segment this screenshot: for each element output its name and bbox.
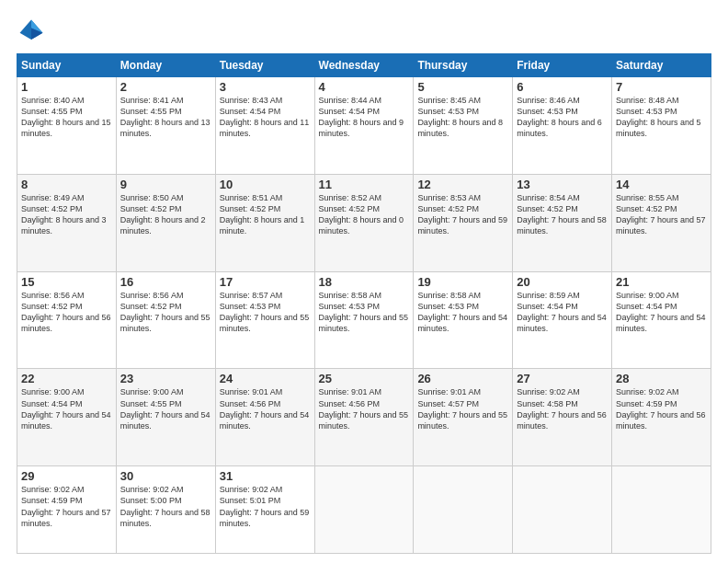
day-number: 1 (21, 80, 112, 94)
table-row (414, 466, 513, 554)
day-info: Sunrise: 8:58 AM Sunset: 4:53 PM Dayligh… (319, 290, 410, 335)
day-number: 5 (417, 80, 508, 94)
day-number: 20 (517, 275, 608, 289)
day-number: 8 (21, 178, 112, 191)
day-info: Sunrise: 8:50 AM Sunset: 4:52 PM Dayligh… (120, 192, 211, 237)
day-info: Sunrise: 9:00 AM Sunset: 4:54 PM Dayligh… (21, 386, 112, 431)
calendar-table: SundayMondayTuesdayWednesdayThursdayFrid… (17, 53, 711, 554)
table-row (612, 466, 711, 554)
day-info: Sunrise: 9:02 AM Sunset: 4:58 PM Dayligh… (517, 386, 608, 431)
day-info: Sunrise: 8:56 AM Sunset: 4:52 PM Dayligh… (120, 290, 211, 335)
table-row: 13Sunrise: 8:54 AM Sunset: 4:52 PM Dayli… (513, 174, 612, 271)
table-row: 5Sunrise: 8:45 AM Sunset: 4:53 PM Daylig… (414, 77, 513, 175)
table-row: 8Sunrise: 8:49 AM Sunset: 4:52 PM Daylig… (17, 174, 117, 271)
day-info: Sunrise: 8:57 AM Sunset: 4:53 PM Dayligh… (220, 290, 311, 335)
table-row (513, 466, 612, 554)
table-row: 28Sunrise: 9:02 AM Sunset: 4:59 PM Dayli… (612, 369, 711, 466)
table-row: 10Sunrise: 8:51 AM Sunset: 4:52 PM Dayli… (215, 174, 314, 271)
day-info: Sunrise: 8:48 AM Sunset: 4:53 PM Dayligh… (616, 95, 707, 140)
day-info: Sunrise: 8:59 AM Sunset: 4:54 PM Dayligh… (517, 290, 608, 335)
day-info: Sunrise: 8:49 AM Sunset: 4:52 PM Dayligh… (21, 192, 112, 237)
col-header-thursday: Thursday (414, 54, 513, 77)
day-number: 27 (517, 372, 608, 385)
table-row: 27Sunrise: 9:02 AM Sunset: 4:58 PM Dayli… (513, 369, 612, 466)
day-info: Sunrise: 8:56 AM Sunset: 4:52 PM Dayligh… (21, 290, 112, 335)
day-number: 16 (120, 275, 211, 289)
day-number: 6 (517, 80, 608, 94)
table-row: 18Sunrise: 8:58 AM Sunset: 4:53 PM Dayli… (314, 271, 414, 369)
day-info: Sunrise: 9:02 AM Sunset: 4:59 PM Dayligh… (616, 386, 707, 431)
col-header-sunday: Sunday (17, 54, 117, 77)
table-row: 11Sunrise: 8:52 AM Sunset: 4:52 PM Dayli… (314, 174, 414, 271)
day-info: Sunrise: 8:58 AM Sunset: 4:53 PM Dayligh… (417, 290, 508, 335)
col-header-tuesday: Tuesday (215, 54, 314, 77)
day-info: Sunrise: 8:44 AM Sunset: 4:54 PM Dayligh… (319, 95, 410, 140)
day-number: 19 (417, 275, 508, 289)
day-info: Sunrise: 9:02 AM Sunset: 5:01 PM Dayligh… (220, 484, 311, 529)
table-row: 6Sunrise: 8:46 AM Sunset: 4:53 PM Daylig… (513, 77, 612, 175)
table-row: 4Sunrise: 8:44 AM Sunset: 4:54 PM Daylig… (314, 77, 414, 175)
day-number: 12 (417, 178, 508, 191)
day-number: 14 (616, 178, 707, 191)
day-number: 26 (417, 372, 508, 385)
table-row: 19Sunrise: 8:58 AM Sunset: 4:53 PM Dayli… (414, 271, 513, 369)
day-info: Sunrise: 8:53 AM Sunset: 4:52 PM Dayligh… (417, 192, 508, 237)
day-number: 13 (517, 178, 608, 191)
day-number: 22 (21, 372, 112, 385)
day-number: 25 (319, 372, 410, 385)
day-number: 9 (120, 178, 211, 191)
table-row: 12Sunrise: 8:53 AM Sunset: 4:52 PM Dayli… (414, 174, 513, 271)
day-number: 23 (120, 372, 211, 385)
table-row: 9Sunrise: 8:50 AM Sunset: 4:52 PM Daylig… (116, 174, 215, 271)
day-info: Sunrise: 9:02 AM Sunset: 5:00 PM Dayligh… (120, 484, 211, 529)
day-number: 17 (220, 275, 311, 289)
day-info: Sunrise: 9:01 AM Sunset: 4:56 PM Dayligh… (319, 386, 410, 431)
day-info: Sunrise: 9:00 AM Sunset: 4:55 PM Dayligh… (120, 386, 211, 431)
day-number: 3 (220, 80, 311, 94)
table-row: 16Sunrise: 8:56 AM Sunset: 4:52 PM Dayli… (116, 271, 215, 369)
table-row: 31Sunrise: 9:02 AM Sunset: 5:01 PM Dayli… (215, 466, 314, 554)
day-number: 15 (21, 275, 112, 289)
day-number: 24 (220, 372, 311, 385)
day-number: 31 (220, 469, 311, 483)
col-header-friday: Friday (513, 54, 612, 77)
day-info: Sunrise: 8:55 AM Sunset: 4:52 PM Dayligh… (616, 192, 707, 237)
table-row: 26Sunrise: 9:01 AM Sunset: 4:57 PM Dayli… (414, 369, 513, 466)
col-header-saturday: Saturday (612, 54, 711, 77)
day-info: Sunrise: 8:46 AM Sunset: 4:53 PM Dayligh… (517, 95, 608, 140)
day-info: Sunrise: 8:54 AM Sunset: 4:52 PM Dayligh… (517, 192, 608, 237)
table-row: 30Sunrise: 9:02 AM Sunset: 5:00 PM Dayli… (116, 466, 215, 554)
day-number: 11 (319, 178, 410, 191)
day-number: 28 (616, 372, 707, 385)
table-row: 2Sunrise: 8:41 AM Sunset: 4:55 PM Daylig… (116, 77, 215, 175)
table-row: 29Sunrise: 9:02 AM Sunset: 4:59 PM Dayli… (17, 466, 117, 554)
col-header-monday: Monday (116, 54, 215, 77)
day-info: Sunrise: 9:02 AM Sunset: 4:59 PM Dayligh… (21, 484, 112, 529)
day-info: Sunrise: 9:01 AM Sunset: 4:57 PM Dayligh… (417, 386, 508, 431)
table-row: 22Sunrise: 9:00 AM Sunset: 4:54 PM Dayli… (17, 369, 117, 466)
day-info: Sunrise: 9:01 AM Sunset: 4:56 PM Dayligh… (220, 386, 311, 431)
table-row: 3Sunrise: 8:43 AM Sunset: 4:54 PM Daylig… (215, 77, 314, 175)
day-info: Sunrise: 8:52 AM Sunset: 4:52 PM Dayligh… (319, 192, 410, 237)
day-number: 2 (120, 80, 211, 94)
day-number: 29 (21, 469, 112, 483)
day-number: 10 (220, 178, 311, 191)
day-info: Sunrise: 8:40 AM Sunset: 4:55 PM Dayligh… (21, 95, 112, 140)
col-header-wednesday: Wednesday (314, 54, 414, 77)
day-info: Sunrise: 8:51 AM Sunset: 4:52 PM Dayligh… (220, 192, 311, 237)
day-info: Sunrise: 9:00 AM Sunset: 4:54 PM Dayligh… (616, 290, 707, 335)
table-row: 15Sunrise: 8:56 AM Sunset: 4:52 PM Dayli… (17, 271, 117, 369)
table-row: 17Sunrise: 8:57 AM Sunset: 4:53 PM Dayli… (215, 271, 314, 369)
table-row: 23Sunrise: 9:00 AM Sunset: 4:55 PM Dayli… (116, 369, 215, 466)
day-info: Sunrise: 8:45 AM Sunset: 4:53 PM Dayligh… (417, 95, 508, 140)
table-row (314, 466, 414, 554)
day-number: 4 (319, 80, 410, 94)
table-row: 21Sunrise: 9:00 AM Sunset: 4:54 PM Dayli… (612, 271, 711, 369)
day-number: 7 (616, 80, 707, 94)
table-row: 7Sunrise: 8:48 AM Sunset: 4:53 PM Daylig… (612, 77, 711, 175)
table-row: 25Sunrise: 9:01 AM Sunset: 4:56 PM Dayli… (314, 369, 414, 466)
day-number: 21 (616, 275, 707, 289)
table-row: 14Sunrise: 8:55 AM Sunset: 4:52 PM Dayli… (612, 174, 711, 271)
logo-icon (17, 17, 46, 46)
logo (17, 17, 51, 46)
